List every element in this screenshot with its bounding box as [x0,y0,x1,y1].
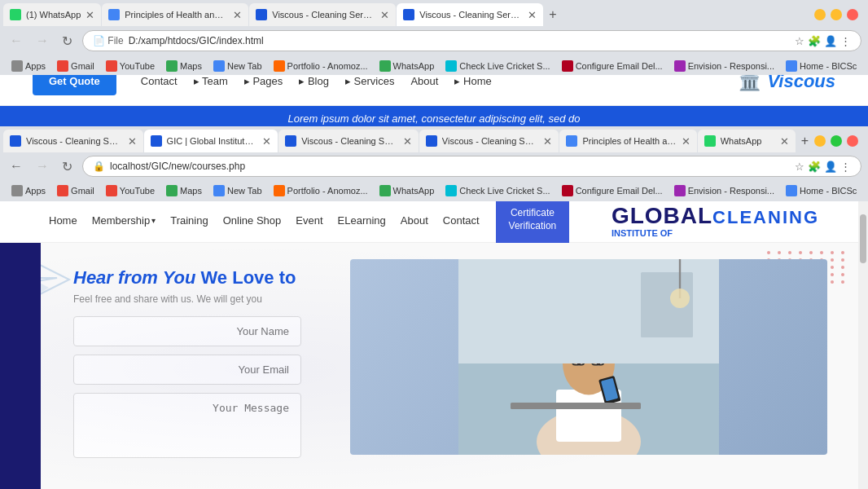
tab-close-icon[interactable]: ✕ [262,135,271,148]
tab-close-icon[interactable]: ✕ [528,9,537,21]
gic-address-text: localhost/GIC/new/courses.php [110,161,245,172]
tab-close-icon[interactable]: ✕ [128,135,137,148]
email-icon [562,60,573,72]
close-button[interactable] [847,9,858,20]
tab-viscous2[interactable]: Viscous - Cleaning Services HTM ✕ [397,3,543,26]
bookmark-envision[interactable]: Envision - Responsi... [669,59,779,73]
tab-label: Viscous - Cleaning Services HT [26,136,123,146]
envision-icon [674,60,686,72]
tab-close-icon[interactable]: ✕ [543,135,552,148]
extension-icon[interactable]: 🧩 [808,35,821,47]
certificate-verification-button[interactable]: CertificateVerification [496,197,570,242]
bookmark-apps[interactable]: Apps [7,59,50,73]
minimize-button[interactable] [814,9,826,20]
bm2-maps[interactable]: Maps [161,183,207,198]
new-tab-button2[interactable]: + [796,134,813,148]
bm2-apps[interactable]: Apps [7,183,50,198]
refresh-button[interactable]: ↻ [59,32,76,51]
menu-icon2[interactable]: ⋮ [840,161,851,173]
tab-health2[interactable]: Principles of Health and Safety ✕ [559,130,696,152]
star-icon2[interactable]: ☆ [795,161,804,173]
bm2-newtab[interactable]: New Tab [208,183,267,198]
tab-close-icon[interactable]: ✕ [233,9,242,21]
bookmark-portfolio[interactable]: Portfolio - Anomoz... [269,59,373,73]
bookmark-bics[interactable]: Home - BICSc [781,59,861,73]
refresh-button2[interactable]: ↻ [59,157,76,176]
new-tab-button[interactable]: + [544,7,561,22]
gic-navigation: Home Membership ▾ Training Online Shop E… [0,198,868,243]
bm2-cricket[interactable]: Check Live Cricket S... [441,183,555,198]
extension-icon2[interactable]: 🧩 [808,161,821,173]
bm2-bics[interactable]: Home - BICSc [781,183,861,198]
tab-close-icon[interactable]: ✕ [403,135,412,148]
gic-address-bar[interactable]: 🔒 localhost/GIC/new/courses.php ☆ 🧩 👤 ⋮ [82,156,861,177]
bookmark-maps[interactable]: Maps [161,59,207,73]
bm2-whatsapp[interactable]: WhatsApp [375,183,440,198]
tab-whatsapp2[interactable]: WhatsApp ✕ [698,130,796,152]
forward-button[interactable]: → [33,32,52,50]
bm2-aics[interactable]: aics [863,183,868,198]
tab-whatsapp[interactable]: (1) WhatsApp ✕ [3,3,101,26]
gic-nav-elearning[interactable]: ELearning [338,214,386,227]
maximize-button[interactable] [831,9,842,20]
tab-close-icon[interactable]: ✕ [85,9,94,21]
scrollbar-thumb[interactable] [860,214,866,263]
tab-health[interactable]: Principles of Health and Safety C ✕ [102,3,248,26]
tab-close-icon[interactable]: ✕ [380,9,389,21]
close-button2[interactable] [847,135,858,147]
bookmark-cricket[interactable]: Check Live Cricket S... [441,59,555,73]
tab-label: (1) WhatsApp [26,10,81,20]
tab-viscous1[interactable]: Viscous - Cleaning Services HTM ✕ [249,3,396,26]
gic-nav-event[interactable]: Event [296,214,322,227]
page-scrollbar[interactable] [858,198,868,489]
bookmark-email[interactable]: Configure Email Del... [557,59,668,73]
bookmark-newtab[interactable]: New Tab [208,59,267,73]
tab-viscous4[interactable]: Viscous - Cleaning Services HT ✕ [278,130,419,152]
minimize-button2[interactable] [814,135,826,147]
tab-viscous3[interactable]: Viscous - Cleaning Services HT ✕ [3,130,143,152]
profile-icon[interactable]: 👤 [824,35,837,47]
nav-services[interactable]: ▸ Services [345,75,394,87]
bookmark-aics[interactable]: aics [863,59,868,73]
bm2-youtube[interactable]: YouTube [101,183,160,198]
maximize-button2[interactable] [831,135,842,147]
address-bar[interactable]: 📄 File D:/xamp/htdocs/GIC/index.html ☆ 🧩… [82,30,861,51]
cricket-icon2 [445,185,457,196]
gic-nav-membership[interactable]: Membership ▾ [92,214,156,227]
bookmark-gmail[interactable]: Gmail [52,59,99,73]
nav-team[interactable]: ▸ Team [194,75,228,87]
bm2-envision[interactable]: Envision - Responsi... [669,183,779,198]
star-icon[interactable]: ☆ [795,35,804,47]
back-button2[interactable]: ← [7,157,26,175]
menu-icon[interactable]: ⋮ [840,35,851,47]
gic-nav-about[interactable]: About [401,214,428,227]
tab-close-icon[interactable]: ✕ [780,135,789,148]
gic-browser: Viscous - Cleaning Services HT ✕ GIC | G… [0,126,868,201]
gic-nav-online-shop[interactable]: Online Shop [223,214,282,227]
nav-blog[interactable]: ▸ Blog [299,75,329,87]
dot [778,251,781,254]
bookmark-whatsapp[interactable]: WhatsApp [375,59,440,73]
bookmark-youtube[interactable]: YouTube [101,59,160,73]
nav-contact[interactable]: Contact [141,75,178,87]
bm2-email[interactable]: Configure Email Del... [557,183,668,198]
bm2-portfolio[interactable]: Portfolio - Anomoz... [269,183,373,198]
profile-icon2[interactable]: 👤 [824,161,837,173]
forward-button2[interactable]: → [33,157,52,175]
tab-gic[interactable]: GIC | Global Institute of Clean ✕ [144,130,278,152]
nav-pages[interactable]: ▸ Pages [244,75,283,87]
tab-close-icon[interactable]: ✕ [682,135,690,148]
dot [841,258,844,262]
tab-label: Principles of Health and Safety [582,136,676,146]
nav-about[interactable]: About [410,75,438,87]
gic-nav-home[interactable]: Home [49,214,77,227]
back-button[interactable]: ← [7,32,26,50]
tab-viscous5[interactable]: Viscous - Cleaning Services HT ✕ [419,130,559,152]
bookmark-label: WhatsApp [393,61,435,71]
bics-icon [786,60,797,72]
gic-nav-contact[interactable]: Contact [443,214,480,227]
nav-home[interactable]: ▸ Home [454,75,491,87]
bm2-gmail[interactable]: Gmail [52,183,99,198]
youtube-icon2 [106,185,117,196]
gic-nav-training[interactable]: Training [170,214,208,227]
